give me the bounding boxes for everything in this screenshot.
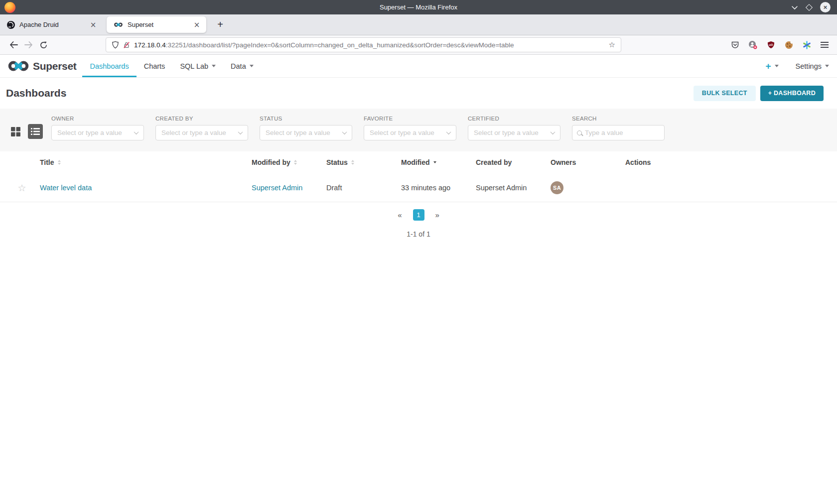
browser-tab-bar: Apache Druid × Superset × + — [0, 14, 837, 35]
window-close-button[interactable]: × — [820, 2, 831, 12]
url-host: 172.18.0.4 — [134, 41, 166, 49]
chevron-down-icon — [134, 129, 139, 134]
table-row: ☆ Water level data Superset Admin Draft … — [0, 173, 837, 202]
settings-menu[interactable]: Settings — [796, 62, 829, 70]
dashboard-link[interactable]: Water level data — [40, 184, 92, 192]
url-bar[interactable]: 172.18.0.4 :32251/dashboard/list/?pageIn… — [106, 37, 621, 52]
modified-by-link[interactable]: Superset Admin — [252, 184, 302, 192]
sort-icons[interactable] — [351, 160, 354, 165]
cell-modified-by: Superset Admin — [248, 184, 322, 192]
chevron-down-icon — [212, 65, 216, 67]
chevron-down-icon — [250, 65, 254, 67]
chevron-down-icon — [238, 129, 243, 134]
druid-favicon-icon — [7, 21, 15, 29]
certified-select[interactable]: Select or type a value — [468, 125, 560, 140]
page-header: Dashboards BULK SELECT + DASHBOARD — [0, 78, 837, 109]
pagination: « 1 » — [0, 209, 837, 221]
superset-infinity-icon — [7, 60, 30, 72]
pocket-icon[interactable] — [729, 39, 740, 50]
window-minimize-button[interactable] — [791, 3, 798, 12]
filter-favorite: FAVORITE Select or type a value — [364, 116, 456, 151]
tab-label: Superset — [128, 21, 153, 28]
tab-label: Apache Druid — [19, 21, 59, 28]
pagination-summary: 1-1 of 1 — [0, 230, 837, 238]
filter-certified: CERTIFIED Select or type a value — [468, 116, 560, 151]
tab-close-icon[interactable]: × — [88, 20, 98, 30]
chevron-down-icon — [446, 129, 451, 134]
cell-owners: SA — [547, 181, 621, 194]
bookmark-star-icon[interactable]: ☆ — [609, 40, 615, 49]
chevron-down-icon — [551, 129, 556, 134]
grid-icon — [10, 126, 21, 137]
new-item-menu[interactable]: + — [765, 61, 778, 72]
filter-bar: OWNER Select or type a value CREATED BY … — [0, 109, 837, 151]
extension-asterisk-icon[interactable] — [801, 39, 812, 50]
cell-status: Draft — [322, 184, 397, 192]
list-view-toggle[interactable] — [28, 124, 43, 139]
column-header-actions: Actions — [621, 158, 829, 166]
cell-created-by: Superset Admin — [472, 184, 547, 192]
page-title: Dashboards — [6, 87, 66, 99]
nav-item-sql-lab[interactable]: SQL Lab — [172, 55, 223, 77]
filter-search: SEARCH — [572, 116, 665, 151]
bulk-select-button[interactable]: BULK SELECT — [694, 86, 756, 101]
url-path: :32251/dashboard/list/?pageIndex=0&sortC… — [166, 41, 605, 49]
column-header-status[interactable]: Status — [322, 158, 397, 166]
nav-item-data[interactable]: Data — [223, 55, 261, 77]
pagination-next-button[interactable]: » — [435, 211, 439, 219]
svg-text:uO: uO — [769, 43, 773, 46]
column-header-created-by: Created by — [472, 158, 547, 166]
main-navigation: Dashboards Charts SQL Lab Data — [82, 55, 261, 77]
browser-toolbar: 172.18.0.4 :32251/dashboard/list/?pageIn… — [0, 35, 837, 55]
pagination-prev-button[interactable]: « — [398, 211, 402, 219]
tab-apache-druid[interactable]: Apache Druid × — [0, 14, 103, 35]
list-icon — [31, 127, 40, 135]
superset-header: Superset Dashboards Charts SQL Lab Data … — [0, 55, 837, 78]
pagination-page-1[interactable]: 1 — [413, 209, 424, 221]
new-tab-button[interactable]: + — [213, 17, 228, 32]
superset-favicon-icon — [114, 22, 123, 27]
add-dashboard-button[interactable]: + DASHBOARD — [760, 86, 824, 101]
nav-item-dashboards[interactable]: Dashboards — [82, 55, 136, 77]
sort-icons[interactable] — [294, 160, 297, 165]
window-title: Superset — Mozilla Firefox — [0, 3, 837, 11]
owner-avatar: SA — [551, 181, 563, 194]
tab-superset[interactable]: Superset × — [107, 16, 206, 33]
created-by-select[interactable]: Select or type a value — [155, 125, 248, 140]
forward-button[interactable] — [21, 37, 36, 52]
cell-title: Water level data — [36, 184, 248, 192]
column-header-modified-by[interactable]: Modified by — [248, 158, 322, 166]
superset-logo[interactable]: Superset — [7, 60, 76, 72]
column-header-owners: Owners — [547, 158, 621, 166]
column-header-modified[interactable]: Modified — [397, 158, 472, 166]
tab-close-icon[interactable]: × — [192, 20, 202, 30]
sort-desc-icon[interactable] — [433, 161, 436, 163]
search-input[interactable] — [585, 129, 660, 136]
chevron-down-icon — [825, 65, 829, 67]
filter-status: STATUS Select or type a value — [260, 116, 352, 151]
filter-created-by: CREATED BY Select or type a value — [155, 116, 248, 151]
containers-extension-icon[interactable] — [747, 39, 758, 50]
tracking-shield-icon[interactable] — [112, 41, 119, 49]
favorite-star-icon[interactable]: ☆ — [8, 182, 36, 193]
cookie-extension-icon[interactable] — [783, 39, 794, 50]
menu-hamburger-icon[interactable] — [819, 39, 830, 50]
table-header-row: Title Modified by Status Modified Create… — [0, 151, 837, 173]
status-select[interactable]: Select or type a value — [260, 125, 352, 140]
back-button[interactable] — [6, 37, 21, 52]
window-maximize-button[interactable] — [806, 3, 813, 10]
owner-select[interactable]: Select or type a value — [51, 125, 144, 140]
column-header-title[interactable]: Title — [36, 158, 248, 166]
ublock-origin-icon[interactable]: uO — [765, 39, 776, 50]
nav-item-charts[interactable]: Charts — [137, 55, 173, 77]
sort-icons[interactable] — [58, 160, 61, 165]
cell-modified: 33 minutes ago — [397, 184, 472, 192]
brand-name: Superset — [33, 60, 76, 72]
browser-titlebar: Superset — Mozilla Firefox × — [0, 0, 837, 14]
chevron-down-icon — [775, 65, 779, 67]
reload-button[interactable] — [36, 37, 51, 52]
favorite-select[interactable]: Select or type a value — [364, 125, 456, 140]
card-view-toggle[interactable] — [8, 124, 23, 139]
insecure-lock-icon[interactable] — [123, 41, 130, 49]
dashboards-table: Title Modified by Status Modified Create… — [0, 151, 837, 202]
